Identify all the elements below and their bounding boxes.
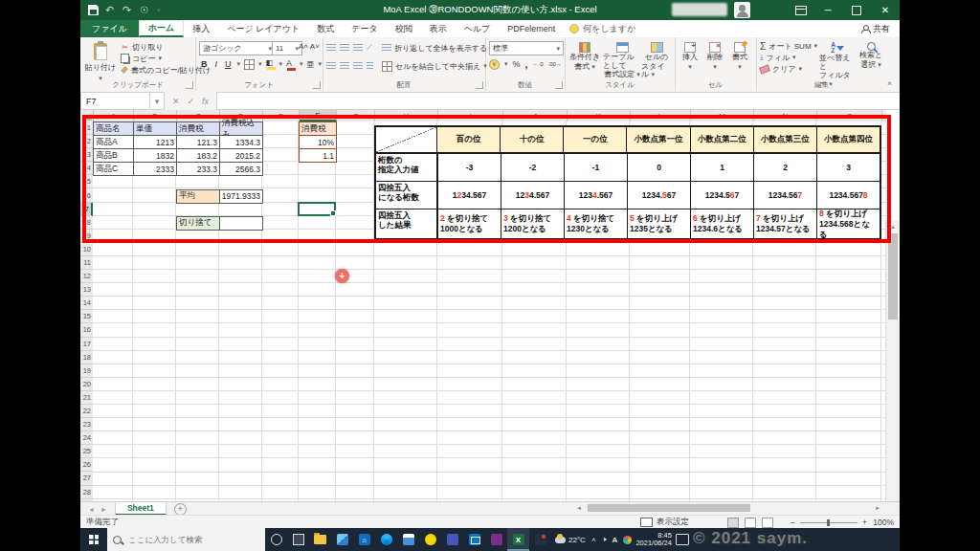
digit-position-header[interactable]: 十の位 — [500, 127, 563, 152]
digit-position-header[interactable]: 小数点第四位 — [816, 127, 880, 152]
edge-button[interactable] — [375, 528, 397, 551]
row-header[interactable]: 4 — [80, 162, 93, 175]
decrease-decimal-icon[interactable]: .00→ — [548, 61, 562, 67]
number-highlight-cell[interactable]: 1234. 567 — [627, 182, 690, 209]
align-left-icon[interactable] — [326, 62, 336, 70]
column-header[interactable]: B — [134, 110, 177, 121]
close-button[interactable]: ✕ — [871, 0, 900, 20]
cortana-button[interactable] — [265, 528, 287, 551]
row-header[interactable]: 22 — [80, 405, 93, 418]
ribbon-tab[interactable]: PDFelement — [499, 20, 564, 37]
taskbar-search[interactable] — [107, 528, 265, 551]
average-block[interactable]: 平均 1971.9333 — [176, 189, 263, 204]
number-dialog-launcher[interactable] — [555, 81, 563, 89]
product-table-row[interactable]: 商品C 2333 233.3 2566.3 — [94, 163, 263, 176]
product-table-row[interactable]: 商品B 1832 183.2 2015.2 — [94, 149, 263, 163]
digit-value-cell[interactable]: 0 — [627, 154, 690, 181]
name-box-dropdown-icon[interactable]: ▾ — [150, 92, 165, 110]
borders-icon[interactable] — [244, 59, 255, 70]
row-header[interactable]: 21 — [80, 391, 93, 405]
digit-value-cell[interactable]: -1 — [564, 154, 627, 181]
ribbon-tab[interactable]: データ — [343, 20, 386, 37]
taskbar-clock[interactable]: 8:45 2021/06/24 — [632, 532, 676, 548]
product-table-header[interactable]: 商品名 — [94, 122, 134, 136]
tray-color-icon[interactable] — [623, 536, 632, 544]
result-cell[interactable]: 8 を切り上げ 1234.568となる — [816, 209, 880, 238]
scroll-left-icon[interactable]: ◄ — [576, 504, 582, 512]
sheet-nav-left-icon[interactable]: ◄ — [88, 506, 95, 513]
row-header[interactable]: 28 — [80, 486, 93, 499]
ribbon-display-options-icon[interactable] — [789, 0, 813, 20]
column-header[interactable]: A — [94, 110, 134, 121]
fill-button[interactable]: ⤓フィル▾ — [760, 52, 817, 63]
digit-position-header[interactable]: 小数点第三位 — [753, 127, 816, 152]
row-header[interactable]: 9 — [80, 230, 93, 243]
number-highlight-cell[interactable]: 12 34.567 — [501, 182, 564, 209]
row-header[interactable]: 19 — [80, 364, 93, 378]
phonetic-guide-button[interactable]: 亜 — [307, 59, 315, 70]
scroll-right-icon[interactable]: ► — [875, 504, 880, 512]
result-cell[interactable]: 7 を切り上げ 1234.57となる — [753, 209, 816, 238]
rounddown-label-cell[interactable]: 切り捨て — [177, 217, 220, 231]
row-header[interactable]: 18 — [80, 351, 93, 364]
column-header[interactable]: I — [438, 110, 503, 121]
start-button[interactable] — [80, 528, 107, 551]
comma-style-button[interactable]: , — [525, 58, 528, 70]
tax-block[interactable]: 消費税 10%1.1 — [299, 121, 337, 163]
ribbon-tab[interactable]: ファイル — [80, 20, 139, 37]
share-button[interactable]: 共有 — [861, 20, 890, 37]
tax-title-cell[interactable]: 消費税 — [300, 122, 337, 136]
zoom-level[interactable]: 100% — [873, 518, 894, 527]
row-header[interactable]: 26 — [80, 458, 93, 472]
column-header[interactable]: O — [817, 110, 882, 121]
cells-area[interactable]: 商品名 単価 消費税 消費税込み 商品A 1213 121.3 1334.3 — [93, 121, 886, 501]
digit-value-cell[interactable]: 3 — [816, 154, 880, 181]
font-dialog-launcher[interactable] — [313, 81, 321, 89]
row-header[interactable]: 13 — [80, 283, 93, 297]
tax-value-cell[interactable]: 1.1 — [300, 149, 337, 163]
sheet-nav-right-icon[interactable]: ► — [100, 506, 107, 513]
column-header[interactable]: J — [503, 110, 568, 121]
fill-color-button[interactable]: ◧ — [266, 58, 276, 70]
new-sheet-icon[interactable]: + — [174, 503, 187, 516]
row-header[interactable]: 25 — [80, 445, 93, 458]
account-name-blurred[interactable] — [672, 3, 727, 16]
undo-icon[interactable]: ↶ — [105, 5, 116, 15]
result-cell[interactable]: 5 を切り上げ 1235となる — [627, 209, 690, 238]
digit-value-cell[interactable]: 1 — [690, 154, 753, 181]
row-header[interactable]: 17 — [80, 338, 93, 351]
row-header[interactable]: 5 — [80, 175, 93, 188]
zoom-slider-thumb[interactable] — [827, 519, 830, 526]
indent-icon[interactable] — [367, 62, 373, 70]
row-header[interactable]: 1 — [80, 121, 93, 135]
minimize-button[interactable]: ─ — [813, 0, 842, 20]
enter-icon[interactable]: ✓ — [188, 97, 195, 106]
product-table-header[interactable]: 単価 — [134, 122, 177, 136]
horizontal-scrollbar[interactable]: ◄ ► — [574, 503, 882, 513]
number-format-combo[interactable]: 標準▾ — [489, 41, 564, 55]
speaker-icon[interactable]: 🕨 — [602, 535, 607, 544]
select-all-corner[interactable] — [80, 110, 94, 121]
grow-shrink-font[interactable]: A˄ A˅ — [299, 42, 320, 51]
column-header[interactable]: N — [754, 110, 817, 121]
bold-button[interactable]: B — [199, 59, 210, 69]
search-input[interactable] — [126, 534, 255, 545]
horizontal-scroll-thumb[interactable] — [588, 504, 750, 512]
column-header[interactable]: H — [375, 110, 438, 121]
align-middle-icon[interactable] — [340, 44, 349, 52]
vertical-scroll-thumb[interactable] — [888, 233, 898, 320]
row-header[interactable]: 12 — [80, 270, 93, 283]
column-header[interactable]: G — [337, 110, 375, 121]
row-header[interactable]: 10 — [80, 243, 93, 256]
paste-button[interactable]: 貼り付け▾ — [84, 39, 117, 82]
increase-decimal-icon[interactable]: ←.0 — [533, 61, 544, 67]
ribbon-tab[interactable]: 数式 — [308, 20, 343, 37]
row-header[interactable]: 2 — [80, 135, 93, 148]
result-cell[interactable]: 4 を切り捨て 1230となる — [564, 209, 627, 238]
font-name-combo[interactable]: 游ゴシック▾ — [199, 41, 276, 55]
hidden-icons-chevron[interactable]: ˄ — [591, 536, 596, 544]
digit-value-cell[interactable]: -2 — [501, 154, 564, 181]
page-layout-view-icon[interactable] — [745, 518, 756, 528]
excel-taskbar-button[interactable]: X — [507, 528, 529, 551]
average-label-cell[interactable]: 平均 — [177, 190, 220, 204]
